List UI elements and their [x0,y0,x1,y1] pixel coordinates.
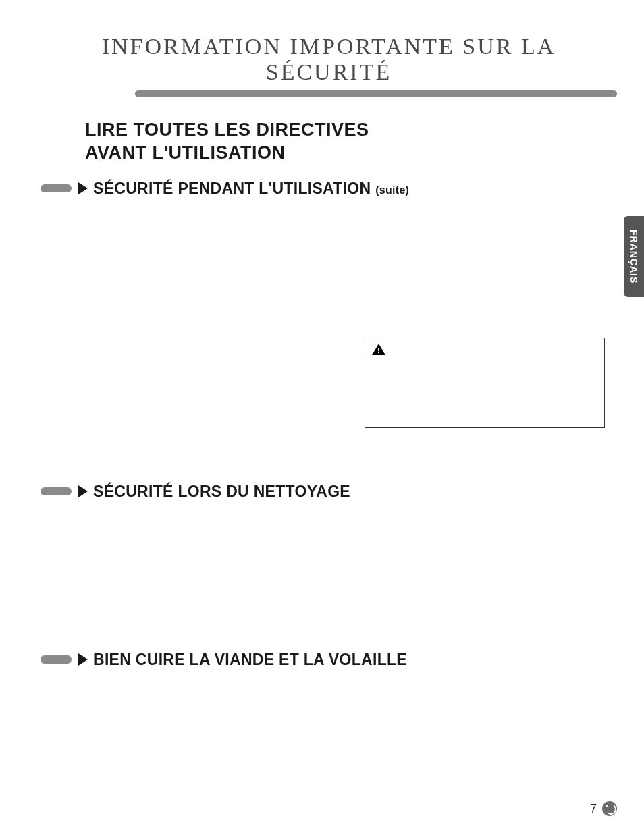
warning-triangle-icon [372,344,385,355]
arrow-right-icon [78,653,88,666]
content-gap-2 [41,509,617,651]
attention-box [365,338,605,428]
page-title: INFORMATION IMPORTANTE SUR LA SÉCURITÉ [41,34,617,85]
section-title-cooking: BIEN CUIRE LA VIANDE ET LA VOLAILLE [93,651,407,669]
directive-line-2: AVANT L'UTILISATION [85,142,285,163]
page-footer: 7 [590,801,617,816]
section-row-cooking: BIEN CUIRE LA VIANDE ET LA VOLAILLE [41,651,617,669]
language-side-tab: FRANÇAIS [624,216,644,297]
directive-heading: LIRE TOUTES LES DIRECTIVES AVANT L'UTILI… [85,119,617,165]
section-row-cleaning: SÉCURITÉ LORS DU NETTOYAGE [41,483,617,501]
section-title-usage: SÉCURITÉ PENDANT L'UTILISATION (suite) [93,180,409,198]
directive-line-1: LIRE TOUTES LES DIRECTIVES [85,119,369,140]
title-underline-wrap [41,90,617,100]
title-underline-bar [135,90,617,97]
lg-logo-icon [602,801,617,816]
section-title-usage-text: SÉCURITÉ PENDANT L'UTILISATION [93,180,371,197]
page-number: 7 [590,802,597,816]
section-title-cleaning: SÉCURITÉ LORS DU NETTOYAGE [93,483,350,501]
section-row-usage: SÉCURITÉ PENDANT L'UTILISATION (suite) [41,180,617,198]
bullet-pill-icon [41,655,72,664]
arrow-right-icon [78,182,88,194]
section-title-usage-suffix: (suite) [375,184,409,196]
bullet-pill-icon [41,487,72,495]
bullet-pill-icon [41,184,72,192]
manual-page: INFORMATION IMPORTANTE SUR LA SÉCURITÉ L… [0,0,644,835]
arrow-right-icon [78,485,88,497]
